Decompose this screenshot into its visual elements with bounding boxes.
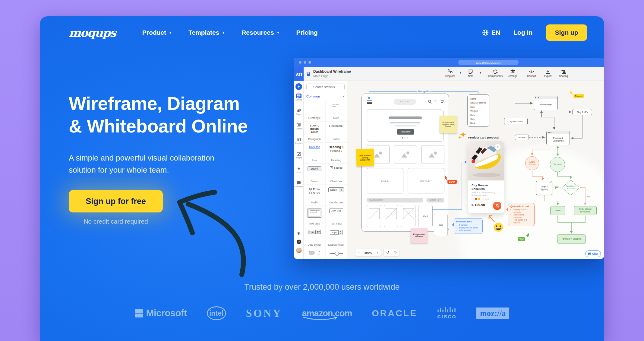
stencil-paragraph[interactable]: Lorem,IpsumDolorParagraph bbox=[304, 121, 325, 142]
stencil-link[interactable]: Click meLink bbox=[304, 142, 325, 164]
stencil-note[interactable]: One more thing.Note bbox=[325, 100, 347, 121]
rail-templates[interactable]: Templates bbox=[294, 137, 304, 144]
node-payment-shipping[interactable]: Payment + Shipping bbox=[557, 234, 586, 244]
nav-templates[interactable]: Templates▼ bbox=[188, 29, 225, 36]
close-icon[interactable]: ✕ bbox=[549, 182, 551, 184]
document-title[interactable]: Dashboard Wireframe bbox=[313, 69, 351, 74]
comment-product-cards[interactable]: Product Cards 5 per row swap photo on ho… bbox=[454, 218, 483, 234]
stencil-radio[interactable]: PizzaSushiRadio bbox=[304, 185, 325, 206]
page-name[interactable]: Main Page bbox=[313, 74, 328, 78]
wireframe-frame[interactable]: LOGO ♡ Shop Now bbox=[361, 94, 449, 232]
window-dots-icon bbox=[534, 96, 557, 99]
color-swatch[interactable] bbox=[478, 198, 480, 200]
cursor-label-russel: Russel bbox=[573, 94, 584, 98]
zoom-out-button[interactable]: − bbox=[358, 251, 360, 254]
tool-sharing[interactable]: Sharing bbox=[556, 69, 571, 78]
undo-redo-controls[interactable]: ↺ ↻ bbox=[384, 249, 400, 257]
wishlist-heart-button[interactable]: ♥ bbox=[495, 144, 501, 150]
image-placeholder-icon bbox=[428, 151, 438, 158]
stencil-heading[interactable]: Heading 1Heading 2Heading bbox=[325, 142, 347, 164]
sticky-responsive[interactable]: Responsive variants bbox=[411, 228, 428, 243]
stencil-textarea[interactable]: Dear Moqups, I love you!Text area bbox=[304, 206, 325, 227]
stencil-slider[interactable] bbox=[325, 248, 347, 259]
chevron-down-icon[interactable]: ▼ bbox=[459, 71, 462, 74]
node-add-to-wishlist[interactable]: Add toWishlist bbox=[525, 156, 539, 170]
moqups-logo[interactable]: moqups bbox=[69, 26, 116, 40]
stencil-combo[interactable]: Select▼Combo box bbox=[325, 185, 347, 206]
undo-icon[interactable]: ↺ bbox=[386, 250, 389, 255]
user-avatar[interactable] bbox=[296, 247, 302, 253]
zoom-in-button[interactable]: + bbox=[377, 251, 378, 254]
search-input[interactable] bbox=[306, 84, 345, 90]
node-organic-traffic[interactable]: Organic Traffic bbox=[504, 118, 528, 125]
node-decision-account[interactable]: Has/WantsAccount? bbox=[561, 180, 580, 196]
node-promos-categories[interactable]: Promos &Categories bbox=[546, 131, 570, 145]
menu-list-node[interactable]: Home New & Featured Men Women Kids Sale … bbox=[467, 94, 489, 127]
redo-icon[interactable]: ↻ bbox=[394, 250, 397, 255]
shop-now-button[interactable]: Shop Now bbox=[397, 129, 414, 135]
color-options[interactable]: +4 more bbox=[472, 198, 489, 200]
nav-resources[interactable]: Resources▼ bbox=[242, 29, 280, 36]
rail-pages[interactable]: Pages bbox=[294, 108, 304, 115]
sortby-bar: SORT BY bbox=[426, 198, 444, 202]
node-emails[interactable]: Emails bbox=[515, 135, 529, 140]
moqups-app-logo[interactable]: m bbox=[294, 67, 304, 81]
stencil-button[interactable]: SubmitButton bbox=[304, 164, 325, 185]
help-button[interactable]: ? bbox=[297, 240, 301, 244]
tool-components[interactable]: Components bbox=[488, 69, 503, 78]
language-selector[interactable]: EN bbox=[482, 29, 500, 36]
editor-canvas[interactable]: LOGO ♡ Shop Now bbox=[347, 81, 604, 259]
outline-icon bbox=[296, 123, 301, 127]
node-order-guest[interactable]: Order withoutan Account bbox=[574, 206, 597, 215]
node-blog-lps[interactable]: Blog & LPs bbox=[572, 109, 592, 115]
tool-handoff[interactable]: </> Handoff bbox=[524, 69, 539, 78]
stencil-label[interactable]: First name:Label bbox=[325, 121, 347, 142]
node-checkout[interactable]: Checkout bbox=[550, 157, 565, 172]
color-swatch[interactable] bbox=[475, 198, 477, 200]
note-icon bbox=[463, 69, 478, 74]
sticky-slogans[interactable]: Propose 4-6 slogans here, please. bbox=[440, 116, 457, 133]
stencil-datepicker[interactable]: 04/22▦▾Date picker bbox=[304, 227, 325, 248]
nav-product[interactable]: Product▼ bbox=[142, 29, 172, 36]
rail-outline[interactable]: Outline bbox=[294, 123, 304, 130]
page-title: Wireframe, Diagram & Whiteboard Online bbox=[69, 92, 248, 138]
label-yes: Yes bbox=[554, 186, 559, 188]
stencil-textinput[interactable]: John DoeText Input bbox=[325, 206, 347, 227]
rail-images[interactable]: Images bbox=[294, 151, 304, 159]
add-user-icon bbox=[556, 69, 571, 74]
add-to-cart-button[interactable] bbox=[493, 202, 501, 210]
rail-stencils[interactable]: T Stencils bbox=[294, 94, 304, 101]
tool-diagram[interactable]: Diagram bbox=[442, 69, 458, 78]
stencil-checkbox[interactable]: ✓I agreeCheckbox bbox=[325, 164, 347, 185]
nav-pricing[interactable]: Pricing bbox=[296, 29, 317, 36]
chevron-down-icon[interactable]: ▼ bbox=[479, 71, 482, 74]
tool-arrange[interactable]: Arrange bbox=[505, 69, 521, 78]
more-colors-label[interactable]: +4 more bbox=[482, 198, 489, 200]
stencil-toggle[interactable] bbox=[304, 248, 325, 259]
comment-quick-add[interactable]: Quick add to cart Display +1 for 3 secon… bbox=[508, 203, 535, 226]
node-order[interactable]: Order bbox=[550, 206, 565, 215]
section-common[interactable]: Common ∨ bbox=[306, 93, 345, 100]
zoom-controls[interactable]: − 100% + bbox=[355, 249, 381, 257]
browser-chrome: app.moqups.com bbox=[294, 58, 604, 67]
signup-button[interactable]: Sign up bbox=[546, 24, 587, 41]
tool-note[interactable]: Note bbox=[463, 69, 478, 78]
add-stencil-button[interactable]: + bbox=[295, 83, 302, 90]
pages-icon bbox=[296, 108, 301, 113]
rail-icons[interactable]: ♣ Icons bbox=[294, 166, 304, 173]
node-login-signup[interactable]: ✕ Login /Sign Up bbox=[536, 181, 552, 195]
color-swatch[interactable] bbox=[472, 198, 474, 200]
login-link[interactable]: Log In bbox=[513, 29, 532, 36]
url-bar[interactable]: app.moqups.com bbox=[458, 60, 519, 65]
signup-free-button[interactable]: Sign up for free bbox=[69, 190, 163, 212]
settings-gear-icon[interactable]: ✱ bbox=[294, 231, 304, 236]
sticky-categories[interactable]: Pick the best selling categories bbox=[356, 148, 374, 166]
product-card[interactable]: ♥ City RunnerSneakers Neutral fit, soft … bbox=[468, 141, 504, 213]
rail-comments[interactable]: Comments bbox=[294, 180, 304, 188]
node-home-page[interactable]: Home Page bbox=[534, 96, 558, 110]
stencil-rectangle[interactable]: Rectangle bbox=[304, 100, 325, 121]
tool-export[interactable]: Export bbox=[540, 69, 556, 78]
chevron-down-icon: ▼ bbox=[169, 30, 172, 35]
stencil-stepper[interactable]: 12px▲▼Stepper input bbox=[325, 227, 347, 248]
chat-button[interactable]: Chat bbox=[585, 250, 601, 257]
